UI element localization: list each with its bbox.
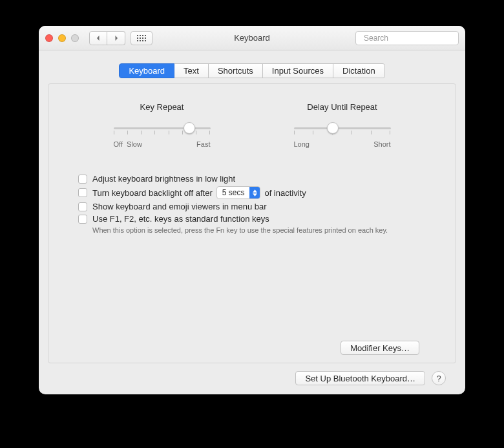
nav-buttons	[89, 31, 125, 45]
panel-footer: Modifier Keys…	[85, 334, 419, 355]
key-repeat-group: Key Repeat Off Slow Fast	[85, 102, 239, 148]
bottom-bar: Set Up Bluetooth Keyboard… ?	[48, 363, 456, 385]
key-repeat-fast-label: Fast	[196, 140, 210, 148]
close-window-button[interactable]	[45, 34, 53, 42]
delay-title: Delay Until Repeat	[307, 102, 377, 112]
backlight-checkbox[interactable]	[78, 188, 87, 197]
backlight-label-pre: Turn keyboard backlight off after	[92, 188, 213, 198]
preferences-window: Keyboard Keyboard Text Shortcuts Input S…	[39, 26, 465, 394]
backlight-label-post: of inactivity	[264, 188, 306, 198]
tab-text[interactable]: Text	[174, 63, 209, 78]
options-list: Adjust keyboard brightness in low light …	[78, 171, 419, 234]
stepper-arrows-icon	[249, 187, 260, 198]
fnkeys-help-text: When this option is selected, press the …	[92, 226, 419, 234]
backlight-timeout-value: 5 secs	[217, 188, 250, 197]
delay-group: Delay Until Repeat Long Short	[265, 102, 419, 148]
keyboard-panel: Key Repeat Off Slow Fast	[48, 83, 456, 363]
help-button[interactable]: ?	[432, 371, 446, 385]
modifier-keys-button[interactable]: Modifier Keys…	[341, 341, 419, 355]
key-repeat-slider[interactable]	[114, 121, 211, 139]
tab-input-sources[interactable]: Input Sources	[263, 63, 333, 78]
chevron-left-icon	[95, 35, 101, 41]
brightness-checkbox[interactable]	[78, 175, 87, 184]
option-brightness: Adjust keyboard brightness in low light	[78, 174, 419, 184]
titlebar: Keyboard	[39, 26, 465, 50]
option-fnkeys: Use F1, F2, etc. keys as standard functi…	[78, 214, 419, 224]
search-field[interactable]	[355, 31, 459, 45]
bluetooth-keyboard-button[interactable]: Set Up Bluetooth Keyboard…	[295, 371, 425, 385]
delay-long-label: Long	[294, 140, 310, 148]
brightness-label: Adjust keyboard brightness in low light	[92, 174, 235, 184]
chevron-right-icon	[113, 35, 120, 41]
main-area: Keyboard Text Shortcuts Input Sources Di…	[39, 50, 465, 394]
delay-knob[interactable]	[327, 122, 339, 134]
delay-short-label: Short	[373, 140, 390, 148]
forward-button[interactable]	[107, 31, 125, 45]
tab-dictation[interactable]: Dictation	[333, 63, 385, 78]
tab-bar: Keyboard Text Shortcuts Input Sources Di…	[119, 63, 384, 78]
viewers-label: Show keyboard and emoji viewers in menu …	[92, 202, 267, 211]
key-repeat-slow-label: Slow	[127, 140, 142, 148]
grid-icon	[137, 35, 146, 41]
key-repeat-off-label: Off	[114, 140, 123, 148]
key-repeat-knob[interactable]	[184, 122, 195, 134]
fnkeys-checkbox[interactable]	[78, 215, 87, 224]
tab-keyboard[interactable]: Keyboard	[119, 63, 174, 78]
option-viewers: Show keyboard and emoji viewers in menu …	[78, 202, 419, 211]
viewers-checkbox[interactable]	[78, 202, 87, 211]
backlight-timeout-select[interactable]: 5 secs	[216, 186, 261, 199]
sliders-row: Key Repeat Off Slow Fast	[85, 102, 419, 148]
traffic-lights	[45, 34, 79, 42]
show-all-button[interactable]	[131, 31, 152, 45]
search-input[interactable]	[362, 33, 462, 43]
back-button[interactable]	[89, 31, 107, 45]
fnkeys-label: Use F1, F2, etc. keys as standard functi…	[92, 214, 269, 224]
option-backlight: Turn keyboard backlight off after 5 secs…	[78, 186, 419, 199]
key-repeat-title: Key Repeat	[140, 102, 184, 112]
minimize-window-button[interactable]	[58, 34, 66, 42]
zoom-window-button[interactable]	[71, 34, 79, 42]
delay-slider[interactable]	[294, 121, 391, 139]
tab-shortcuts[interactable]: Shortcuts	[209, 63, 263, 78]
